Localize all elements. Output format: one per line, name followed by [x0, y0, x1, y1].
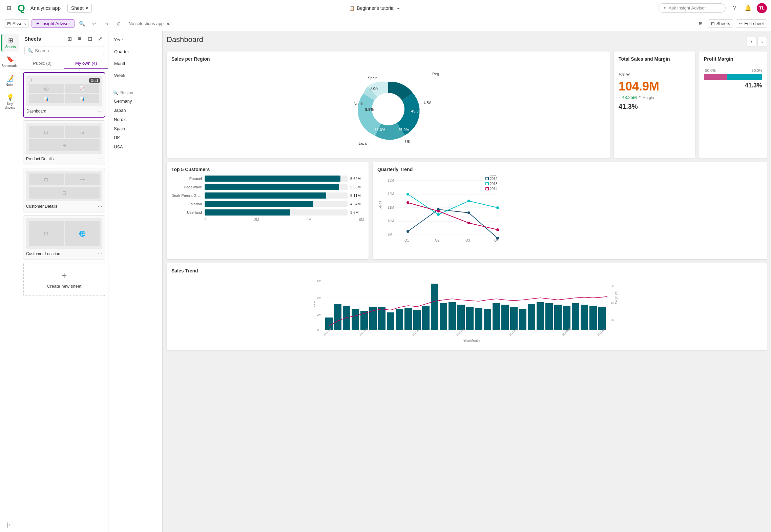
region-germany[interactable]: Germany [108, 97, 162, 106]
back-tool-button[interactable]: ↩ [89, 19, 100, 29]
sheets-icon: ⊡ [711, 21, 715, 26]
bar-fill-deak [205, 192, 326, 199]
expand-panel-icon[interactable]: ⤢ [96, 35, 104, 43]
sheets-search-box[interactable]: 🔍 [24, 46, 104, 55]
svg-text:Q3: Q3 [465, 239, 470, 242]
sheets-search-input[interactable] [35, 48, 101, 53]
svg-rect-83 [554, 305, 562, 330]
region-spain[interactable]: Spain [108, 124, 162, 133]
insight-star-icon: ✦ [663, 5, 667, 11]
region-japan[interactable]: Japan [108, 106, 162, 115]
svg-rect-85 [572, 303, 579, 330]
panel-icons: ⊞ ≡ ⊡ ⤢ [65, 35, 104, 43]
margin-asterisk: * [639, 95, 641, 100]
tab-public[interactable]: Public (0) [20, 58, 64, 69]
search-tool-button[interactable]: 🔍 [77, 19, 87, 29]
prev-sheet-button[interactable]: ‹ [747, 37, 756, 46]
assets-icon: ⊞ [7, 21, 11, 26]
grid-view-panel-icon[interactable]: ⊞ [65, 35, 74, 43]
region-nordic[interactable]: Nordic [108, 115, 162, 124]
sheet-card-product-details[interactable]: ⊡ ⊡ ⊞ Product Details ··· [23, 120, 105, 165]
avatar[interactable]: TL [757, 3, 767, 13]
sheet-menu-location[interactable]: ··· [98, 251, 102, 257]
bell-icon[interactable]: 🔔 [743, 3, 753, 13]
sheet-menu-dashboard[interactable]: ··· [98, 108, 102, 114]
svg-text:11M: 11M [388, 206, 394, 209]
svg-text:2014: 2014 [490, 187, 498, 191]
svg-rect-72 [457, 305, 465, 330]
bar-track-deak [205, 192, 348, 199]
bar-row-userland: Userland 3.6M [171, 209, 364, 216]
sales-label: Sales [619, 72, 690, 77]
sheet-menu-customer[interactable]: ··· [98, 203, 102, 209]
svg-text:Sales: Sales [313, 301, 316, 307]
svg-rect-82 [545, 303, 553, 330]
sheet-name-product: Product Details [26, 157, 54, 161]
preview-cell-1: ◎ [29, 84, 64, 93]
tutorial-button[interactable]: 📋 Beginner's tutorial ··· [349, 5, 400, 11]
sidebar-item-sheets[interactable]: ⊞ Sheets [1, 34, 19, 52]
insight-advisor-search[interactable]: ✦ Ask Insight Advisor [658, 3, 726, 13]
collapse-sidebar-button[interactable]: |← [6, 522, 13, 528]
bar-fill-userland [205, 209, 290, 216]
svg-text:USA: USA [424, 101, 432, 105]
bar-value-deak: 5.11M [350, 193, 364, 198]
svg-text:Q2: Q2 [435, 239, 440, 242]
list-view-panel-icon[interactable]: ≡ [76, 35, 84, 43]
insight-advisor-button[interactable]: ✦ Insight Advisor [32, 19, 75, 28]
tab-my-own[interactable]: My own (4) [64, 58, 108, 69]
svg-rect-71 [449, 302, 456, 330]
filter-month[interactable]: Month [108, 58, 162, 69]
sidebar-label-bookmarks: Bookmarks [2, 64, 19, 68]
svg-rect-78 [510, 307, 518, 330]
bar-label-talarian: Talarian [171, 202, 202, 206]
sidebar-item-bookmarks[interactable]: 🔖 Bookmarks [1, 53, 19, 70]
bar-value-pagewave: 5.63M [350, 185, 364, 189]
sheet-dropdown[interactable]: Sheet ▾ [67, 4, 92, 13]
filter-panel: Year Quarter Month Week 🔍 Region Germany… [108, 31, 163, 532]
region-uk[interactable]: UK [108, 133, 162, 142]
sidebar-item-key-drivers[interactable]: 💡 Key drivers [1, 91, 19, 112]
filter-week[interactable]: Week [108, 69, 162, 81]
second-navigation: ⊞ Assets ✦ Insight Advisor 🔍 ↩ ↪ ⊘ No se… [0, 16, 771, 31]
selections-text: No selections applied [129, 21, 171, 26]
forward-tool-button[interactable]: ↪ [102, 19, 112, 29]
help-icon[interactable]: ? [730, 3, 739, 13]
svg-text:12M: 12M [388, 192, 394, 196]
svg-rect-59 [343, 306, 350, 330]
sheet-card-customer-details[interactable]: ⊡ ••• ⊟ Customer Details ··· [23, 168, 105, 212]
sheet-menu-product[interactable]: ··· [98, 156, 102, 162]
top5-customers-card: Top 5 Customers Paracel 5.69M PageWave [167, 162, 369, 259]
assets-button[interactable]: ⊞ Assets [4, 19, 29, 28]
insight-placeholder: Ask Insight Advisor [669, 5, 706, 11]
region-usa[interactable]: USA [108, 142, 162, 151]
svg-point-29 [467, 211, 470, 214]
sheets-panel-header: Sheets ⊞ ≡ ⊡ ⤢ [20, 31, 108, 45]
edit-sheet-button[interactable]: ✏ Edit sheet [736, 19, 767, 28]
nav-right: ✦ Ask Insight Advisor ? 🔔 TL [658, 3, 767, 13]
sheets-button[interactable]: ⊡ Sheets [708, 19, 733, 28]
sidebar-item-notes[interactable]: 📝 Notes [1, 72, 19, 89]
sheet-card-dashboard[interactable]: ⊡ ⊡ #1 ◎ 📈 📊 📊 Dashboard ··· [23, 72, 105, 118]
grid-view-button[interactable]: ⊞ [696, 20, 705, 27]
bar-label-deak: Deak-Perera Gro... [171, 193, 202, 198]
filter-quarter[interactable]: Quarter [108, 46, 162, 58]
preview-cell-3: 📊 [29, 94, 64, 103]
svg-text:Q1: Q1 [404, 239, 409, 242]
sheet-name-customer: Customer Details [26, 204, 57, 209]
create-new-sheet-button[interactable]: + Create new sheet [23, 263, 105, 296]
filter-year[interactable]: Year [108, 34, 162, 46]
sheet-card-customer-location[interactable]: ⊡ 🌐 Customer Location ··· [23, 215, 105, 260]
next-sheet-button[interactable]: › [757, 37, 767, 46]
svg-rect-57 [325, 318, 333, 330]
filter-tool-button[interactable]: ⊘ [114, 19, 124, 29]
margin-pct: 41.3% [619, 103, 690, 110]
filter-panel-icon[interactable]: ⊡ [86, 35, 94, 43]
svg-text:13M: 13M [388, 179, 394, 182]
sheet-name-dashboard: Dashboard [26, 109, 46, 114]
bar-label-pagewave: PageWave [171, 185, 202, 189]
svg-point-32 [437, 213, 440, 216]
svg-rect-60 [352, 309, 359, 330]
tutorial-label: Beginner's tutorial [357, 5, 395, 11]
grid-menu-icon[interactable]: ⊞ [4, 3, 14, 13]
